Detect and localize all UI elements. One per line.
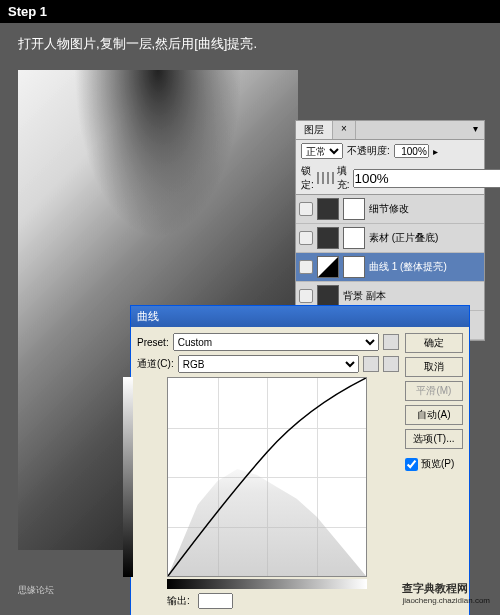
panel-menu-icon[interactable]: ▾ bbox=[467, 121, 484, 139]
opacity-input[interactable] bbox=[394, 144, 429, 158]
chevron-down-icon[interactable]: ▸ bbox=[433, 146, 438, 157]
layer-thumb bbox=[317, 198, 339, 220]
layer-name: 细节修改 bbox=[369, 202, 409, 216]
layer-item[interactable]: 细节修改 bbox=[296, 195, 484, 224]
channel-select[interactable]: RGB bbox=[178, 355, 359, 373]
layer-name: 背景 副本 bbox=[343, 289, 386, 303]
layer-item[interactable]: 曲线 1 (整体提亮) bbox=[296, 253, 484, 282]
visibility-icon[interactable] bbox=[299, 202, 313, 216]
layer-name: 素材 (正片叠底) bbox=[369, 231, 438, 245]
lock-all-icon[interactable] bbox=[332, 172, 334, 184]
step-header: Step 1 bbox=[0, 0, 500, 23]
output-label: 输出: bbox=[167, 594, 190, 608]
blend-row: 正常 不透明度: ▸ bbox=[296, 140, 484, 162]
blend-mode-select[interactable]: 正常 bbox=[301, 143, 343, 159]
layer-thumb bbox=[317, 285, 339, 307]
footer-credit: 思缘论坛 bbox=[18, 584, 54, 597]
visibility-icon[interactable] bbox=[299, 289, 313, 303]
lock-pixels-icon[interactable] bbox=[322, 172, 324, 184]
preview-checkbox[interactable] bbox=[405, 458, 418, 471]
layer-mask-thumb bbox=[343, 256, 365, 278]
tab-layers[interactable]: 图层 bbox=[296, 121, 333, 139]
preset-select[interactable]: Custom bbox=[173, 333, 379, 351]
preset-menu-icon[interactable] bbox=[383, 334, 399, 350]
fill-label: 填充: bbox=[337, 164, 350, 192]
ok-button[interactable]: 确定 bbox=[405, 333, 463, 353]
input-gradient bbox=[167, 579, 367, 589]
visibility-icon[interactable] bbox=[299, 231, 313, 245]
channel-label: 通道(C): bbox=[137, 357, 174, 371]
layer-thumb bbox=[317, 227, 339, 249]
auto-button[interactable]: 自动(A) bbox=[405, 405, 463, 425]
output-input[interactable] bbox=[198, 593, 233, 609]
layer-mask-thumb bbox=[343, 198, 365, 220]
lock-position-icon[interactable] bbox=[327, 172, 329, 184]
lock-row: 锁定: 填充: ▸ bbox=[296, 162, 484, 195]
curves-dialog: 曲线 Preset: Custom 通道(C): RGB bbox=[130, 305, 470, 615]
layer-thumb bbox=[317, 256, 339, 278]
preview-label: 预览(P) bbox=[421, 457, 454, 471]
lock-transparent-icon[interactable] bbox=[317, 172, 319, 184]
layer-item[interactable]: 素材 (正片叠底) bbox=[296, 224, 484, 253]
pencil-tool-icon[interactable] bbox=[383, 356, 399, 372]
curve-line bbox=[168, 378, 366, 576]
visibility-icon[interactable] bbox=[299, 260, 313, 274]
cancel-button[interactable]: 取消 bbox=[405, 357, 463, 377]
output-gradient bbox=[123, 377, 133, 577]
watermark: 查字典教程网 jiaocheng.chazidian.com bbox=[402, 581, 490, 605]
layer-mask-thumb bbox=[343, 227, 365, 249]
instruction-text: 打开人物图片,复制一层,然后用[曲线]提亮. bbox=[0, 23, 500, 65]
opacity-label: 不透明度: bbox=[347, 144, 390, 158]
layer-name: 曲线 1 (整体提亮) bbox=[369, 260, 447, 274]
tab-x[interactable]: × bbox=[333, 121, 356, 139]
fill-input[interactable] bbox=[353, 169, 500, 188]
lock-label: 锁定: bbox=[301, 164, 314, 192]
dialog-titlebar[interactable]: 曲线 bbox=[131, 306, 469, 327]
curve-tool-icon[interactable] bbox=[363, 356, 379, 372]
dialog-title: 曲线 bbox=[137, 309, 159, 324]
panel-tabs: 图层 × ▾ bbox=[296, 121, 484, 140]
curve-editor[interactable] bbox=[167, 377, 367, 577]
preset-label: Preset: bbox=[137, 337, 169, 348]
smooth-button: 平滑(M) bbox=[405, 381, 463, 401]
options-button[interactable]: 选项(T)... bbox=[405, 429, 463, 449]
